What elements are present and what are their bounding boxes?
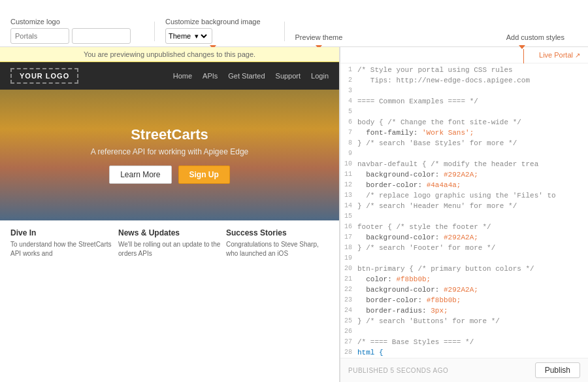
code-line: 11 background-color: #292A2A;: [340, 171, 588, 181]
add-custom-styles-group: Add custom styles: [506, 33, 564, 44]
code-line: 23 border-color: #f8bb0b;: [340, 296, 588, 307]
line-content: border-color: #4a4a4a;: [357, 181, 585, 192]
code-line: 7 font-family: 'Work Sans';: [340, 129, 588, 139]
nav-home[interactable]: Home: [173, 72, 192, 80]
code-line: 17 background-color: #292A2A;: [340, 234, 588, 244]
line-number: 1: [343, 66, 357, 77]
custom-arrow-line: [523, 49, 524, 63]
code-line: 1/* Style your portal using CSS rules: [340, 66, 588, 77]
toolbar: Customize logo docs-myportal Customize b…: [0, 0, 588, 47]
line-content: [357, 108, 585, 118]
code-line: 25} /* search 'Buttons' for more */: [340, 317, 588, 328]
theme-label: Theme: [169, 32, 191, 40]
code-line: 18} /* search 'Footer' for more */: [340, 244, 588, 254]
line-number: 8: [343, 139, 357, 150]
portal-hero: StreetCarts A reference API for working …: [0, 90, 339, 220]
add-custom-styles-label: Add custom styles: [506, 33, 564, 41]
line-content: btn-primary { /* primary button colors *…: [357, 265, 585, 275]
line-content: background-color: #292A2A;: [357, 171, 585, 181]
code-line: 16footer { /* style the footer */: [340, 223, 588, 234]
line-content: border-color: #f8bb0b;: [357, 296, 585, 307]
line-content: color: #f8bb0b;: [357, 275, 585, 286]
line-number: 2: [343, 77, 357, 87]
line-number: 20: [343, 265, 357, 275]
line-number: 18: [343, 244, 357, 254]
portal-nav: YOUR LOGO Home APIs Get Started Support …: [0, 62, 339, 90]
line-number: 11: [343, 171, 357, 181]
nav-support[interactable]: Support: [276, 72, 301, 80]
publish-button[interactable]: Publish: [535, 362, 580, 378]
portals-input[interactable]: [10, 28, 69, 44]
line-number: 27: [343, 338, 357, 349]
code-line: 19: [340, 254, 588, 265]
preview-theme-label: Preview theme: [295, 33, 343, 41]
code-line: 4==== Common Examples ==== */: [340, 97, 588, 108]
card-success-title: Success Stories: [226, 228, 329, 237]
preview-panel: You are previewing unpublished changes t…: [0, 47, 340, 382]
card-news-text: We'll be rolling out an update to the or…: [118, 240, 221, 258]
line-number: 21: [343, 275, 357, 286]
card-dive-in-title: Dive In: [10, 228, 113, 237]
line-content: [357, 150, 585, 160]
code-panel: Live Portal ↗ 1/* Style your portal usin…: [340, 47, 588, 382]
main-area: You are previewing unpublished changes t…: [0, 47, 588, 382]
nav-get-started[interactable]: Get Started: [228, 72, 265, 80]
docs-input[interactable]: docs-myportal: [72, 28, 131, 44]
line-number: 19: [343, 254, 357, 265]
line-content: [357, 254, 585, 265]
line-number: 15: [343, 213, 357, 223]
sign-up-button[interactable]: Sign Up: [178, 165, 230, 184]
line-content: } /* search 'Base Styles' for more */: [357, 139, 585, 150]
code-line: 27/* ==== Base Styles ==== */: [340, 338, 588, 349]
line-content: background-color: #292A2A;: [357, 286, 585, 296]
card-success-text: Congratulations to Steve Sharp, who laun…: [226, 240, 329, 258]
line-number: 13: [343, 192, 357, 202]
portal-nav-links: Home APIs Get Started Support Login: [173, 72, 329, 80]
line-number: 28: [343, 349, 357, 358]
nav-login[interactable]: Login: [311, 72, 329, 80]
live-portal-link[interactable]: Live Portal ↗: [539, 51, 580, 59]
line-number: 6: [343, 118, 357, 129]
hero-content: StreetCarts A reference API for working …: [91, 126, 248, 184]
customize-bg-group: Customize background image Theme ▾: [165, 18, 261, 44]
line-content: /* Style your portal using CSS rules: [357, 66, 585, 77]
code-line: 10navbar-default { /* modify the header …: [340, 160, 588, 171]
code-line: 9: [340, 150, 588, 160]
line-content: body { /* Change the font site-wide */: [357, 118, 585, 129]
line-number: 17: [343, 234, 357, 244]
divider-1: [154, 22, 155, 41]
line-number: 3: [343, 87, 357, 97]
external-link-icon: ↗: [575, 52, 580, 59]
learn-more-button[interactable]: Learn More: [109, 165, 171, 184]
line-number: 14: [343, 202, 357, 213]
code-line: 2 Tips: http://new-edge-docs.apigee.com: [340, 77, 588, 87]
line-content: footer { /* style the footer */: [357, 223, 585, 234]
code-line: 8} /* search 'Base Styles' for more */: [340, 139, 588, 150]
line-number: 24: [343, 307, 357, 317]
nav-apis[interactable]: APIs: [203, 72, 218, 80]
code-line: 14} /* search 'Header Menu' for more */: [340, 202, 588, 213]
code-line: 28html {: [340, 349, 588, 358]
portal-logo: YOUR LOGO: [10, 68, 78, 84]
card-dive-in-text: To understand how the StreetCarts API wo…: [10, 240, 113, 258]
theme-select-wrap[interactable]: Theme ▾: [165, 28, 212, 44]
line-content: [357, 213, 585, 223]
line-number: 10: [343, 160, 357, 171]
card-news-title: News & Updates: [118, 228, 221, 237]
customize-bg-label: Customize background image: [165, 18, 261, 26]
theme-select[interactable]: ▾: [192, 31, 209, 41]
line-content: navbar-default { /* modify the header tr…: [357, 160, 585, 171]
code-line: 6body { /* Change the font site-wide */: [340, 118, 588, 129]
line-content: background-color: #292A2A;: [357, 234, 585, 244]
code-line: 3: [340, 87, 588, 97]
line-content: ==== Common Examples ==== */: [357, 97, 585, 108]
code-line: 5: [340, 108, 588, 118]
line-content: } /* search 'Header Menu' for more */: [357, 202, 585, 213]
code-line: 20btn-primary { /* primary button colors…: [340, 265, 588, 275]
line-content: font-family: 'Work Sans';: [357, 129, 585, 139]
code-editor[interactable]: 1/* Style your portal using CSS rules2 T…: [340, 63, 588, 358]
customize-logo-label: Customize logo: [10, 18, 60, 26]
line-content: } /* search 'Buttons' for more */: [357, 317, 585, 328]
customize-logo-group: Customize logo docs-myportal: [10, 18, 131, 44]
card-news: News & Updates We'll be rolling out an u…: [118, 228, 221, 258]
